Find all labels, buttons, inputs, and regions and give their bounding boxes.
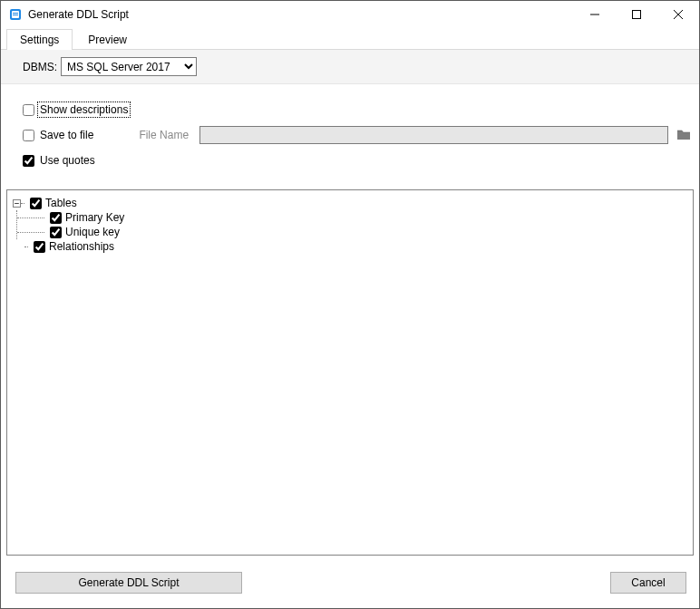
primary-key-checkbox[interactable]: [50, 212, 62, 224]
tree-node-tables[interactable]: − Tables: [13, 196, 687, 210]
generate-ddl-button[interactable]: Generate DDL Script: [15, 572, 242, 594]
svg-rect-2: [13, 13, 18, 14]
use-quotes-label: Use quotes: [38, 153, 97, 168]
relationships-checkbox[interactable]: [34, 241, 45, 253]
tree-node-primary-key[interactable]: Primary Key: [17, 210, 687, 225]
browse-folder-button[interactable]: [674, 126, 694, 144]
dbms-label: DBMS:: [23, 61, 57, 73]
objects-tree-panel: − Tables Primary Key Unique key Relation…: [6, 189, 694, 556]
close-button[interactable]: [657, 1, 699, 28]
file-name-input[interactable]: [199, 126, 668, 144]
primary-key-label: Primary Key: [65, 210, 124, 225]
svg-rect-5: [633, 11, 641, 19]
relationships-label: Relationships: [49, 239, 114, 254]
save-to-file-label: Save to file: [38, 128, 95, 142]
dbms-select[interactable]: MS SQL Server 2017: [61, 57, 197, 76]
file-name-label: File Name: [139, 129, 189, 141]
tables-label: Tables: [45, 196, 77, 210]
window-title: Generate DDL Script: [28, 8, 129, 21]
show-descriptions-label: Show descriptions: [38, 102, 130, 117]
tab-preview[interactable]: Preview: [74, 29, 141, 50]
tree-node-unique-key[interactable]: Unique key: [17, 225, 687, 239]
folder-icon: [676, 128, 691, 143]
use-quotes-checkbox[interactable]: [23, 155, 34, 167]
tab-settings[interactable]: Settings: [6, 29, 73, 50]
save-to-file-checkbox[interactable]: [23, 130, 34, 141]
cancel-button[interactable]: Cancel: [610, 572, 686, 594]
svg-rect-3: [13, 14, 18, 15]
maximize-button[interactable]: [616, 1, 657, 28]
unique-key-label: Unique key: [65, 225, 120, 239]
app-icon: [8, 7, 23, 22]
minimize-button[interactable]: [574, 1, 616, 28]
show-descriptions-checkbox[interactable]: [23, 104, 34, 116]
tab-bar: Settings Preview: [1, 28, 699, 50]
expander-minus-icon[interactable]: −: [13, 199, 21, 208]
tree-node-relationships[interactable]: Relationships: [24, 239, 687, 254]
tables-checkbox[interactable]: [30, 198, 42, 209]
unique-key-checkbox[interactable]: [50, 227, 62, 238]
